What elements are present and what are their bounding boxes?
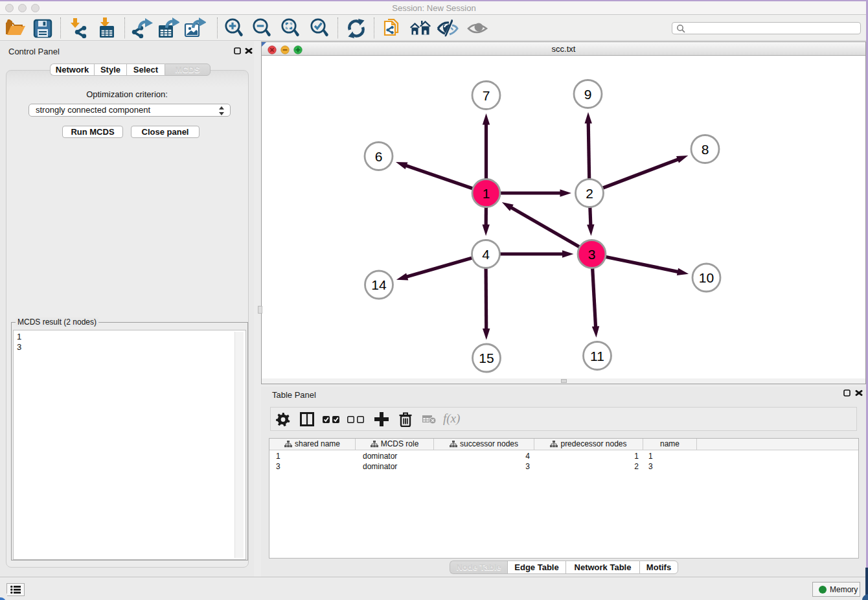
svg-text:2: 2 xyxy=(586,186,593,201)
svg-text:11: 11 xyxy=(590,349,604,363)
svg-text:10: 10 xyxy=(699,270,714,285)
svg-text:f(x): f(x) xyxy=(443,413,460,426)
svg-text:4: 4 xyxy=(482,247,490,262)
svg-text:15: 15 xyxy=(479,351,494,365)
svg-text:6: 6 xyxy=(375,149,383,164)
svg-text:7: 7 xyxy=(483,88,490,103)
svg-text:8: 8 xyxy=(702,142,709,157)
svg-text:14: 14 xyxy=(371,277,387,292)
svg-text:9: 9 xyxy=(584,87,592,102)
svg-text:3: 3 xyxy=(588,247,596,262)
svg-text:1: 1 xyxy=(483,186,490,201)
